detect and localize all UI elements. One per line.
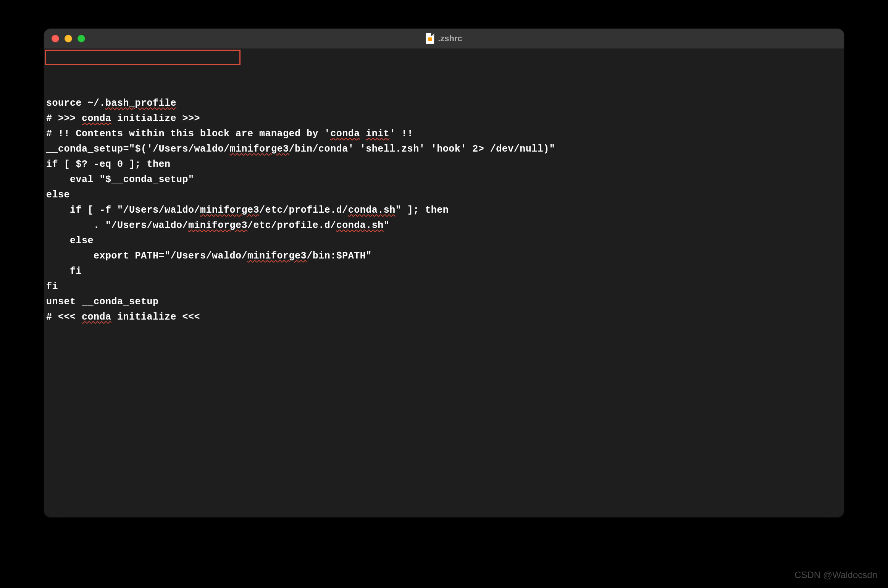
annotation-box [45,50,241,65]
minimize-button[interactable] [65,35,72,42]
code-text: /etc/profile.d/ [259,205,348,216]
code-line[interactable]: source ~/.bash_profile [44,96,844,111]
editor-window: .zshrc source ~/.bash_profile# >>> conda… [44,29,844,517]
code-text: init [366,128,389,139]
code-editor[interactable]: source ~/.bash_profile# >>> conda initia… [44,48,844,325]
code-line[interactable]: # >>> conda initialize >>> [44,111,844,126]
watermark-text: CSDN @Waldocsdn [794,570,877,580]
code-line[interactable]: fi [44,279,844,294]
code-text: conda [330,128,360,139]
code-text: __conda_setup="$('/Users/waldo/ [46,144,230,155]
code-text: initialize <<< [111,312,200,323]
code-text: conda [82,113,111,124]
traffic-lights [52,35,85,42]
file-icon [426,33,434,44]
code-line[interactable]: if [ $? -eq 0 ]; then [44,157,844,172]
code-text: fi [46,281,58,292]
code-text: else [46,235,94,246]
code-line[interactable]: # !! Contents within this block are mana… [44,126,844,142]
code-text: miniforge3 [188,220,247,231]
code-text: . "/Users/waldo/ [46,220,188,231]
code-line[interactable]: __conda_setup="$('/Users/waldo/miniforge… [44,142,844,157]
code-text: if [ $? -eq 0 ]; then [46,159,171,170]
code-text: export PATH="/Users/waldo/ [46,250,247,262]
code-text: initialize >>> [111,113,200,124]
code-line[interactable]: eval "$__conda_setup" [44,172,844,187]
code-text: /bin/conda' 'shell.zsh' 'hook' 2> /dev/n… [289,144,555,155]
window-title-area: .zshrc [426,33,462,44]
code-text: bash_profile [105,98,176,109]
code-text: unset __conda_setup [46,296,159,307]
code-line[interactable]: . "/Users/waldo/miniforge3/etc/profile.d… [44,218,844,233]
code-text: " [384,220,390,231]
code-line[interactable]: fi [44,264,844,279]
code-text: " ]; then [396,205,449,216]
code-text: miniforge3 [230,144,289,155]
code-text: if [ -f "/Users/waldo/ [46,205,200,216]
code-text: fi [46,266,82,277]
code-text: # <<< [46,312,82,323]
code-text: conda [82,312,111,323]
titlebar[interactable]: .zshrc [44,29,844,48]
code-text: # !! Contents within this block are mana… [46,128,330,139]
code-text: conda.sh [348,205,396,216]
code-text: miniforge3 [200,205,259,216]
code-line[interactable]: unset __conda_setup [44,294,844,310]
code-text: /etc/profile.d/ [247,220,336,231]
code-line[interactable]: # <<< conda initialize <<< [44,310,844,325]
close-button[interactable] [52,35,59,42]
code-line[interactable]: else [44,187,844,203]
code-text: ' !! [389,128,413,139]
code-text: miniforge3 [247,250,307,262]
code-text: else [46,189,70,200]
maximize-button[interactable] [77,35,85,42]
code-line[interactable]: export PATH="/Users/waldo/miniforge3/bin… [44,249,844,264]
code-text [360,128,366,139]
code-text: source ~/. [46,98,105,109]
code-text: # >>> [46,113,82,124]
code-line[interactable]: else [44,233,844,249]
code-text: conda.sh [336,220,384,231]
code-text: /bin:$PATH" [307,250,372,262]
window-title: .zshrc [438,34,462,44]
code-text: eval "$__conda_setup" [46,174,194,185]
code-line[interactable]: if [ -f "/Users/waldo/miniforge3/etc/pro… [44,203,844,218]
